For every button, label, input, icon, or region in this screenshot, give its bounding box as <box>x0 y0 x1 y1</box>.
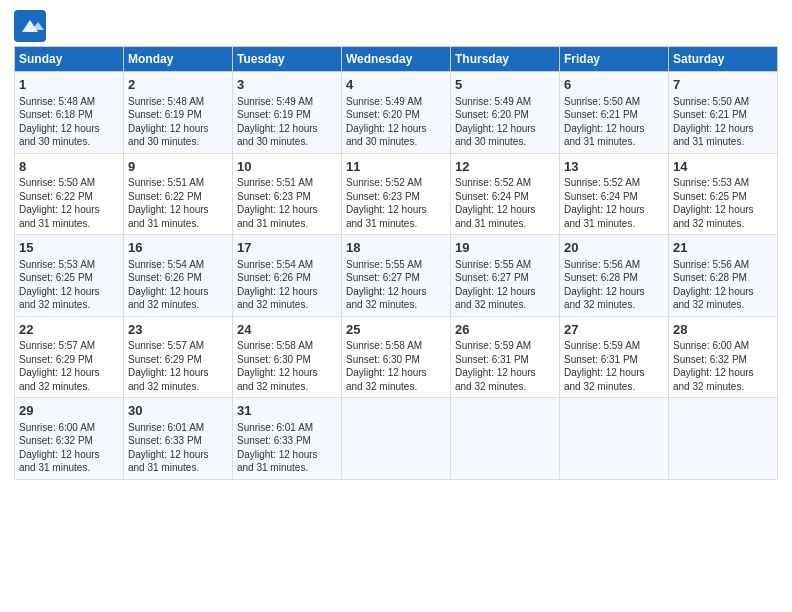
sunset: Sunset: 6:19 PM <box>128 109 202 120</box>
day-number: 28 <box>673 321 773 339</box>
day-number: 29 <box>19 402 119 420</box>
sunset: Sunset: 6:28 PM <box>673 272 747 283</box>
day-number: 18 <box>346 239 446 257</box>
calendar-cell: 14Sunrise: 5:53 AMSunset: 6:25 PMDayligh… <box>669 153 778 235</box>
daylight: Daylight: 12 hours and 31 minutes. <box>237 449 318 474</box>
sunset: Sunset: 6:23 PM <box>237 191 311 202</box>
calendar-cell <box>560 398 669 480</box>
week-row: 29Sunrise: 6:00 AMSunset: 6:32 PMDayligh… <box>15 398 778 480</box>
calendar-cell: 24Sunrise: 5:58 AMSunset: 6:30 PMDayligh… <box>233 316 342 398</box>
sunrise: Sunrise: 5:49 AM <box>237 96 313 107</box>
sunset: Sunset: 6:20 PM <box>346 109 420 120</box>
sunrise: Sunrise: 5:57 AM <box>19 340 95 351</box>
calendar-cell: 6Sunrise: 5:50 AMSunset: 6:21 PMDaylight… <box>560 72 669 154</box>
daylight: Daylight: 12 hours and 32 minutes. <box>673 286 754 311</box>
sunrise: Sunrise: 5:48 AM <box>19 96 95 107</box>
day-number: 19 <box>455 239 555 257</box>
calendar-cell: 21Sunrise: 5:56 AMSunset: 6:28 PMDayligh… <box>669 235 778 317</box>
day-number: 16 <box>128 239 228 257</box>
day-number: 22 <box>19 321 119 339</box>
calendar-cell: 13Sunrise: 5:52 AMSunset: 6:24 PMDayligh… <box>560 153 669 235</box>
sunrise: Sunrise: 5:52 AM <box>564 177 640 188</box>
week-row: 15Sunrise: 5:53 AMSunset: 6:25 PMDayligh… <box>15 235 778 317</box>
sunrise: Sunrise: 5:56 AM <box>673 259 749 270</box>
sunset: Sunset: 6:23 PM <box>346 191 420 202</box>
calendar-cell: 30Sunrise: 6:01 AMSunset: 6:33 PMDayligh… <box>124 398 233 480</box>
day-number: 26 <box>455 321 555 339</box>
sunset: Sunset: 6:31 PM <box>455 354 529 365</box>
sunset: Sunset: 6:21 PM <box>564 109 638 120</box>
calendar-cell: 8Sunrise: 5:50 AMSunset: 6:22 PMDaylight… <box>15 153 124 235</box>
sunset: Sunset: 6:22 PM <box>19 191 93 202</box>
day-number: 31 <box>237 402 337 420</box>
day-number: 17 <box>237 239 337 257</box>
calendar-cell: 2Sunrise: 5:48 AMSunset: 6:19 PMDaylight… <box>124 72 233 154</box>
day-number: 6 <box>564 76 664 94</box>
calendar-cell: 1Sunrise: 5:48 AMSunset: 6:18 PMDaylight… <box>15 72 124 154</box>
daylight: Daylight: 12 hours and 32 minutes. <box>19 286 100 311</box>
day-number: 20 <box>564 239 664 257</box>
day-number: 21 <box>673 239 773 257</box>
sunrise: Sunrise: 5:59 AM <box>455 340 531 351</box>
sunrise: Sunrise: 5:51 AM <box>128 177 204 188</box>
sunset: Sunset: 6:26 PM <box>128 272 202 283</box>
calendar-cell: 19Sunrise: 5:55 AMSunset: 6:27 PMDayligh… <box>451 235 560 317</box>
day-number: 7 <box>673 76 773 94</box>
sunrise: Sunrise: 5:59 AM <box>564 340 640 351</box>
sunrise: Sunrise: 5:50 AM <box>673 96 749 107</box>
calendar-cell: 20Sunrise: 5:56 AMSunset: 6:28 PMDayligh… <box>560 235 669 317</box>
calendar-table: SundayMondayTuesdayWednesdayThursdayFrid… <box>14 46 778 480</box>
sunset: Sunset: 6:20 PM <box>455 109 529 120</box>
calendar-cell: 15Sunrise: 5:53 AMSunset: 6:25 PMDayligh… <box>15 235 124 317</box>
daylight: Daylight: 12 hours and 30 minutes. <box>128 123 209 148</box>
sunset: Sunset: 6:31 PM <box>564 354 638 365</box>
daylight: Daylight: 12 hours and 32 minutes. <box>346 286 427 311</box>
calendar-cell: 29Sunrise: 6:00 AMSunset: 6:32 PMDayligh… <box>15 398 124 480</box>
calendar-cell: 27Sunrise: 5:59 AMSunset: 6:31 PMDayligh… <box>560 316 669 398</box>
daylight: Daylight: 12 hours and 32 minutes. <box>455 286 536 311</box>
calendar-cell: 7Sunrise: 5:50 AMSunset: 6:21 PMDaylight… <box>669 72 778 154</box>
sunset: Sunset: 6:21 PM <box>673 109 747 120</box>
calendar-cell: 9Sunrise: 5:51 AMSunset: 6:22 PMDaylight… <box>124 153 233 235</box>
day-number: 8 <box>19 158 119 176</box>
day-number: 27 <box>564 321 664 339</box>
sunset: Sunset: 6:32 PM <box>673 354 747 365</box>
sunset: Sunset: 6:19 PM <box>237 109 311 120</box>
day-number: 14 <box>673 158 773 176</box>
sunrise: Sunrise: 5:49 AM <box>455 96 531 107</box>
calendar-cell: 11Sunrise: 5:52 AMSunset: 6:23 PMDayligh… <box>342 153 451 235</box>
daylight: Daylight: 12 hours and 31 minutes. <box>19 449 100 474</box>
sunrise: Sunrise: 5:53 AM <box>673 177 749 188</box>
sunrise: Sunrise: 5:58 AM <box>237 340 313 351</box>
sunset: Sunset: 6:33 PM <box>128 435 202 446</box>
day-number: 3 <box>237 76 337 94</box>
week-row: 8Sunrise: 5:50 AMSunset: 6:22 PMDaylight… <box>15 153 778 235</box>
daylight: Daylight: 12 hours and 31 minutes. <box>128 204 209 229</box>
calendar-cell: 12Sunrise: 5:52 AMSunset: 6:24 PMDayligh… <box>451 153 560 235</box>
daylight: Daylight: 12 hours and 32 minutes. <box>564 286 645 311</box>
sunrise: Sunrise: 6:00 AM <box>19 422 95 433</box>
header <box>14 10 778 42</box>
header-row: SundayMondayTuesdayWednesdayThursdayFrid… <box>15 47 778 72</box>
day-number: 9 <box>128 158 228 176</box>
sunset: Sunset: 6:22 PM <box>128 191 202 202</box>
sunset: Sunset: 6:27 PM <box>346 272 420 283</box>
sunrise: Sunrise: 5:50 AM <box>19 177 95 188</box>
sunset: Sunset: 6:30 PM <box>237 354 311 365</box>
day-number: 13 <box>564 158 664 176</box>
daylight: Daylight: 12 hours and 31 minutes. <box>455 204 536 229</box>
col-header-wednesday: Wednesday <box>342 47 451 72</box>
sunset: Sunset: 6:30 PM <box>346 354 420 365</box>
sunrise: Sunrise: 5:54 AM <box>128 259 204 270</box>
sunset: Sunset: 6:25 PM <box>19 272 93 283</box>
daylight: Daylight: 12 hours and 32 minutes. <box>455 367 536 392</box>
calendar-cell: 28Sunrise: 6:00 AMSunset: 6:32 PMDayligh… <box>669 316 778 398</box>
sunrise: Sunrise: 5:53 AM <box>19 259 95 270</box>
sunset: Sunset: 6:25 PM <box>673 191 747 202</box>
logo <box>14 10 48 42</box>
day-number: 25 <box>346 321 446 339</box>
daylight: Daylight: 12 hours and 32 minutes. <box>237 286 318 311</box>
daylight: Daylight: 12 hours and 31 minutes. <box>564 204 645 229</box>
calendar-cell: 4Sunrise: 5:49 AMSunset: 6:20 PMDaylight… <box>342 72 451 154</box>
daylight: Daylight: 12 hours and 32 minutes. <box>564 367 645 392</box>
